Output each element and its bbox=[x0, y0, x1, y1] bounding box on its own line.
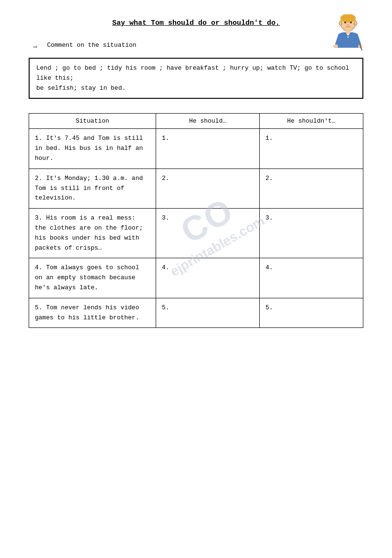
situation-cell-1: 1. It's 7.45 and Tom is still in bed. Hi… bbox=[29, 129, 156, 168]
svg-point-8 bbox=[333, 44, 338, 48]
shouldnt-cell-1: 1. bbox=[260, 129, 363, 168]
table-row: 2. It's Monday; 1.30 a.m. and Tom is sti… bbox=[29, 168, 363, 208]
word-box-line2: be selfish; stay in bed. bbox=[36, 84, 126, 92]
shouldnt-cell-2: 2. bbox=[260, 168, 363, 208]
should-cell-2: 2. bbox=[156, 168, 260, 208]
table-row: 4. Tom always goes to school on an empty… bbox=[29, 258, 363, 298]
shouldnt-cell-5: 5. bbox=[260, 298, 363, 328]
header-shouldnt: He shouldn't… bbox=[260, 114, 363, 129]
svg-rect-7 bbox=[346, 30, 350, 34]
should-cell-1: 1. bbox=[156, 129, 260, 168]
title-section: Say what Tom should do or shouldn't do. bbox=[29, 19, 363, 27]
situation-cell-3: 3. His room is a real mess: the clothes … bbox=[29, 209, 156, 258]
arrow-icon: ⇨ bbox=[33, 42, 37, 51]
should-cell-5: 5. bbox=[156, 298, 260, 328]
shouldnt-cell-4: 4. bbox=[260, 258, 363, 298]
situation-cell-4: 4. Tom always goes to school on an empty… bbox=[29, 258, 156, 298]
shouldnt-cell-3: 3. bbox=[260, 209, 363, 258]
table-row: 5. Tom never lends his video games to hi… bbox=[29, 298, 363, 328]
situation-cell-5: 5. Tom never lends his video games to hi… bbox=[29, 298, 156, 328]
word-box-line1: Lend ; go to bed ; tidy his room ; have … bbox=[36, 64, 349, 82]
character-illustration bbox=[325, 14, 363, 57]
page-container: Say what Tom should do or shouldn't do. bbox=[29, 19, 363, 328]
header-situation: Situation bbox=[29, 114, 156, 129]
instruction-text: Comment on the situation bbox=[47, 42, 136, 49]
svg-point-4 bbox=[347, 24, 349, 26]
word-box: Lend ; go to bed ; tidy his room ; have … bbox=[29, 58, 363, 99]
svg-point-6 bbox=[354, 21, 357, 25]
header-should: He should… bbox=[156, 114, 260, 129]
table-row: 3. His room is a real mess: the clothes … bbox=[29, 209, 363, 258]
svg-point-5 bbox=[339, 21, 342, 25]
should-cell-4: 4. bbox=[156, 258, 260, 298]
table-header-row: Situation He should… He shouldn't… bbox=[29, 114, 363, 129]
table-row: 1. It's 7.45 and Tom is still in bed. Hi… bbox=[29, 129, 363, 168]
main-table: Situation He should… He shouldn't… 1. It… bbox=[29, 113, 363, 328]
should-cell-3: 3. bbox=[156, 209, 260, 258]
svg-point-2 bbox=[344, 21, 346, 23]
page-title: Say what Tom should do or shouldn't do. bbox=[112, 19, 280, 27]
svg-point-3 bbox=[350, 21, 352, 23]
table-container: CO ejprintables.com Situation He should…… bbox=[29, 113, 363, 328]
instruction-section: ⇨ Comment on the situation bbox=[29, 42, 363, 51]
situation-cell-2: 2. It's Monday; 1.30 a.m. and Tom is sti… bbox=[29, 168, 156, 208]
